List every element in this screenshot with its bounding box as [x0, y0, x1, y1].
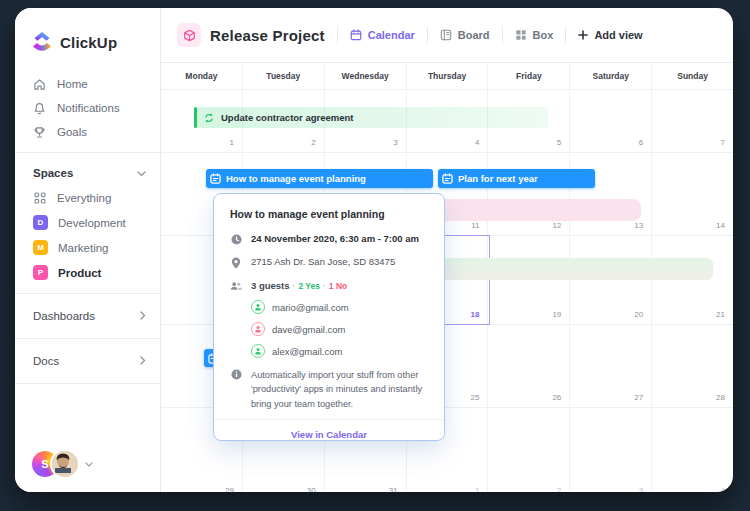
- dot-separator: ·: [323, 281, 326, 291]
- project-icon: [177, 23, 201, 47]
- project-header: Release Project Calendar Board Box Add v…: [161, 8, 733, 63]
- guest-row: dave@gmail.com: [251, 322, 444, 336]
- sidebar-item-development[interactable]: D Development: [15, 210, 160, 235]
- sidebar-item-product[interactable]: P Product: [15, 260, 160, 285]
- day-number: 13: [634, 221, 643, 230]
- guest-email: alex@gmail.com: [272, 346, 342, 357]
- divider: [337, 27, 338, 43]
- day-cell[interactable]: 3: [569, 408, 651, 492]
- guest-avatar-no: [251, 322, 265, 336]
- space-badge-marketing: M: [33, 240, 48, 255]
- day-number: 11: [471, 221, 479, 230]
- day-cell[interactable]: 6: [569, 90, 651, 152]
- day-number: 2: [311, 138, 315, 147]
- event-plan-for-next-year[interactable]: Plan for next year: [438, 169, 595, 188]
- day-cell[interactable]: 26: [487, 325, 569, 407]
- divider: [502, 27, 503, 43]
- day-number-today: 18: [471, 310, 480, 319]
- event-green-untitled[interactable]: [429, 258, 713, 280]
- day-cell[interactable]: 27: [569, 325, 651, 407]
- day-number: 28: [716, 393, 725, 402]
- day-number: 1: [475, 486, 479, 492]
- weekday-label: Wednesday: [324, 63, 406, 89]
- guests-summary: 3 guests·2 Yes·1 No: [251, 280, 347, 291]
- popup-info-row: Automatically import your stuff from oth…: [230, 368, 444, 411]
- info-icon: [230, 369, 242, 380]
- popup-time-row: 24 November 2020, 6:30 am - 7:00 am: [230, 233, 444, 245]
- day-number: 2: [557, 486, 561, 492]
- day-cell[interactable]: 4: [651, 408, 733, 492]
- event-datetime: 24 November 2020, 6:30 am - 7:00 am: [251, 233, 419, 244]
- location-pin-icon: [230, 257, 242, 269]
- guest-email: mario@gmail.com: [272, 302, 349, 313]
- day-cell[interactable]: 12: [487, 153, 569, 235]
- sidebar-item-home[interactable]: Home: [15, 72, 160, 96]
- add-view-button[interactable]: Add view: [578, 29, 642, 41]
- tab-box[interactable]: Box: [515, 29, 554, 41]
- sidebar-item-notifications[interactable]: Notifications: [15, 96, 160, 120]
- user-account[interactable]: S: [32, 449, 93, 479]
- day-number: 29: [225, 486, 234, 492]
- sidebar-item-docs[interactable]: Docs: [15, 347, 160, 375]
- day-number: 5: [557, 138, 561, 147]
- sidebar-item-goals[interactable]: Goals: [15, 120, 160, 144]
- day-number: 6: [639, 138, 643, 147]
- day-number: 3: [639, 486, 643, 492]
- day-cell[interactable]: 14: [651, 153, 733, 235]
- day-cell[interactable]: 13: [569, 153, 651, 235]
- calendar-icon: [210, 173, 221, 184]
- bell-icon: [33, 102, 46, 115]
- view-in-calendar-link[interactable]: View in Calendar: [214, 420, 444, 449]
- day-cell[interactable]: 20: [569, 236, 651, 324]
- day-number: 12: [552, 221, 561, 230]
- day-cell[interactable]: 28: [651, 325, 733, 407]
- day-number: 19: [552, 310, 561, 319]
- home-icon: [33, 78, 46, 91]
- day-number: 30: [307, 486, 316, 492]
- guest-avatar-yes: [251, 300, 265, 314]
- sidebar-item-label: Dashboards: [33, 310, 95, 322]
- day-cell[interactable]: 19: [487, 236, 569, 324]
- day-cell[interactable]: 21: [651, 236, 733, 324]
- day-number: 4: [721, 486, 725, 492]
- tab-label: Calendar: [368, 29, 415, 41]
- sidebar-item-label: Goals: [57, 126, 87, 138]
- day-cell[interactable]: 2: [487, 408, 569, 492]
- day-cell[interactable]: 7: [651, 90, 733, 152]
- weekday-label: Saturday: [569, 63, 651, 89]
- cube-icon: [183, 29, 196, 42]
- logo-text: ClickUp: [60, 34, 117, 51]
- sidebar-item-label: Development: [58, 217, 126, 229]
- tab-board[interactable]: Board: [440, 29, 490, 41]
- chevron-down-icon: [85, 460, 93, 469]
- event-how-to-manage-event-planning[interactable]: How to manage event planning: [206, 169, 433, 188]
- clickup-logo: ClickUp: [31, 30, 160, 54]
- chevron-down-icon: [137, 167, 146, 179]
- guests-yes-count: 2 Yes: [298, 281, 320, 291]
- chevron-right-icon: [140, 310, 146, 322]
- day-number: 21: [716, 310, 725, 319]
- event-pink-untitled[interactable]: [429, 199, 641, 221]
- info-text: Automatically import your stuff from oth…: [251, 368, 429, 411]
- day-number: 31: [389, 486, 398, 492]
- sidebar-item-label: Marketing: [58, 242, 109, 254]
- event-accent-bar: [194, 107, 197, 128]
- user-avatar: [50, 449, 80, 479]
- box-grid-icon: [515, 29, 527, 41]
- calendar-week-row: 1 2 3 4 5 6 7 Update contractor agreemen…: [161, 90, 733, 153]
- event-label: Plan for next year: [458, 173, 538, 184]
- event-label: Update contractor agreement: [221, 112, 354, 123]
- plus-icon: [578, 30, 588, 40]
- event-update-contractor-agreement[interactable]: Update contractor agreement: [194, 107, 548, 128]
- sidebar-item-dashboards[interactable]: Dashboards: [15, 302, 160, 330]
- divider: [15, 152, 160, 153]
- sidebar-item-everything[interactable]: Everything: [15, 185, 160, 210]
- divider: [15, 293, 160, 294]
- weekday-label: Friday: [487, 63, 569, 89]
- day-number: 20: [634, 310, 643, 319]
- tab-calendar[interactable]: Calendar: [350, 29, 415, 41]
- spaces-header[interactable]: Spaces: [15, 161, 160, 185]
- sidebar-item-marketing[interactable]: M Marketing: [15, 235, 160, 260]
- day-number: 3: [393, 138, 397, 147]
- divider: [427, 27, 428, 43]
